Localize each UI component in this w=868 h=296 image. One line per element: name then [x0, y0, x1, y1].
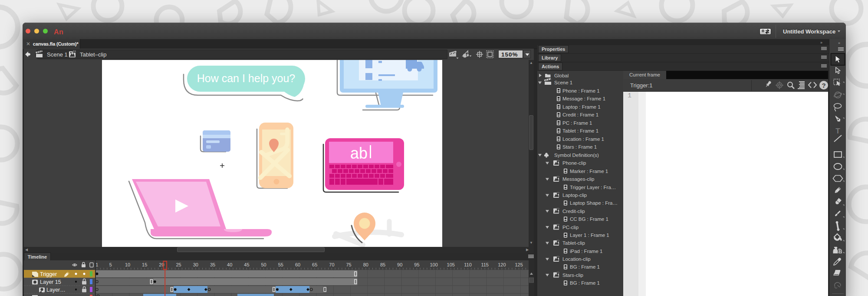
svg-text:Tablet–clip: Tablet–clip — [80, 51, 106, 58]
svg-text:Trigger: Trigger — [40, 271, 57, 277]
svg-text:»: » — [838, 41, 840, 45]
svg-text:95: 95 — [414, 262, 419, 267]
svg-text:T: T — [835, 127, 840, 135]
svg-text:110: 110 — [464, 262, 472, 267]
svg-text:45: 45 — [244, 262, 249, 267]
svg-text:15: 15 — [142, 262, 147, 267]
svg-text:BG : Frame 1: BG : Frame 1 — [570, 280, 600, 286]
svg-text:Symbol Definition(s): Symbol Definition(s) — [554, 153, 599, 158]
svg-text:How can I help you?: How can I help you? — [197, 72, 296, 84]
svg-text:5: 5 — [109, 262, 112, 267]
svg-text:Laptop Shape : Fra…: Laptop Shape : Fra… — [570, 200, 618, 206]
svg-text:80: 80 — [363, 262, 368, 267]
svg-text:Global: Global — [554, 73, 569, 78]
svg-text:Scene 1: Scene 1 — [47, 51, 68, 58]
svg-text:1: 1 — [95, 262, 98, 267]
svg-text:25: 25 — [176, 262, 181, 267]
svg-text:55: 55 — [278, 262, 283, 267]
svg-text:30: 30 — [193, 262, 198, 267]
svg-text:BG : Frame 1: BG : Frame 1 — [570, 264, 600, 269]
svg-text:120: 120 — [498, 262, 506, 267]
svg-text:?: ? — [822, 82, 825, 89]
svg-text:Message : Frame 1: Message : Frame 1 — [562, 96, 605, 101]
svg-text:Phone : Frame 1: Phone : Frame 1 — [562, 88, 600, 93]
svg-text:PC : Frame 1: PC : Frame 1 — [562, 120, 592, 126]
svg-text:Scene 1: Scene 1 — [554, 80, 572, 85]
svg-text:Laptop : Frame 1: Laptop : Frame 1 — [562, 104, 601, 110]
svg-text:70: 70 — [329, 262, 334, 267]
svg-text:Location : Frame 1: Location : Frame 1 — [562, 136, 604, 142]
svg-text:iPad : Frame 1: iPad : Frame 1 — [570, 249, 602, 254]
svg-text:Trigger Layer : Fra…: Trigger Layer : Fra… — [570, 185, 616, 190]
svg-text:ab: ab — [350, 144, 368, 162]
svg-text:Marker : Frame 1: Marker : Frame 1 — [570, 169, 608, 174]
svg-text:40: 40 — [227, 262, 232, 267]
svg-text:10: 10 — [125, 262, 130, 267]
svg-text:Layer…: Layer… — [46, 287, 66, 293]
svg-text:150%: 150% — [501, 51, 518, 58]
svg-text:85: 85 — [380, 262, 385, 267]
svg-text:Laptop-clip: Laptop-clip — [562, 193, 587, 198]
svg-text:CC BG : Frame 1: CC BG : Frame 1 — [570, 216, 608, 222]
svg-text:125: 125 — [515, 262, 523, 267]
svg-text:Layer 1 : Frame 1: Layer 1 : Frame 1 — [570, 233, 609, 238]
svg-text:105: 105 — [447, 262, 455, 267]
svg-text:Phone-clip: Phone-clip — [562, 160, 586, 166]
svg-text:Credit : Frame 1: Credit : Frame 1 — [562, 112, 598, 117]
svg-text:Layer 15: Layer 15 — [40, 279, 61, 285]
svg-text:65: 65 — [312, 262, 317, 267]
svg-text:50: 50 — [261, 262, 266, 267]
svg-text:Stars-clip: Stars-clip — [562, 273, 583, 278]
svg-text:Tablet : Frame 1: Tablet : Frame 1 — [562, 128, 598, 133]
svg-text:Trigger:1: Trigger:1 — [630, 82, 653, 89]
svg-text:Location-clip: Location-clip — [562, 256, 591, 262]
svg-text:Stars : Frame 1: Stars : Frame 1 — [562, 144, 597, 150]
svg-text:PC-clip: PC-clip — [562, 225, 579, 230]
svg-text:115: 115 — [481, 262, 489, 267]
svg-text:60: 60 — [295, 262, 300, 267]
svg-text:100: 100 — [430, 262, 437, 267]
svg-text:90: 90 — [397, 262, 402, 267]
svg-text:Messages-clip: Messages-clip — [562, 176, 595, 182]
svg-text:35: 35 — [210, 262, 215, 267]
svg-text:Tablet-clip: Tablet-clip — [562, 240, 585, 246]
svg-text:Credit-clip: Credit-clip — [562, 209, 585, 214]
svg-text:75: 75 — [346, 262, 351, 267]
